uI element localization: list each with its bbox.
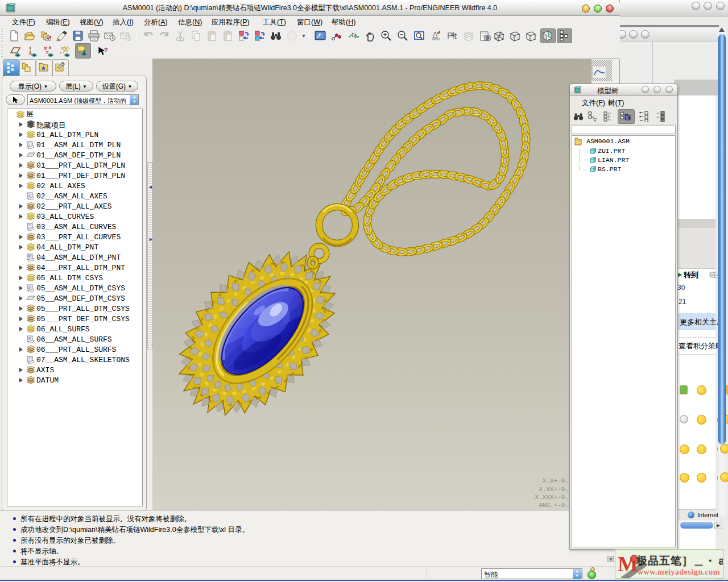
svg-text:X.XX+-0.: X.XX+-0. xyxy=(539,486,569,493)
svg-text:z: z xyxy=(60,51,61,55)
svg-text:x: x xyxy=(68,47,70,50)
svg-text:ANG.+-0.: ANG.+-0. xyxy=(539,502,569,509)
svg-text:X.XXX+-0.: X.XXX+-0. xyxy=(535,494,569,501)
svg-text:?: ? xyxy=(104,47,108,53)
svg-text:X.X+-0.: X.X+-0. xyxy=(543,477,569,484)
